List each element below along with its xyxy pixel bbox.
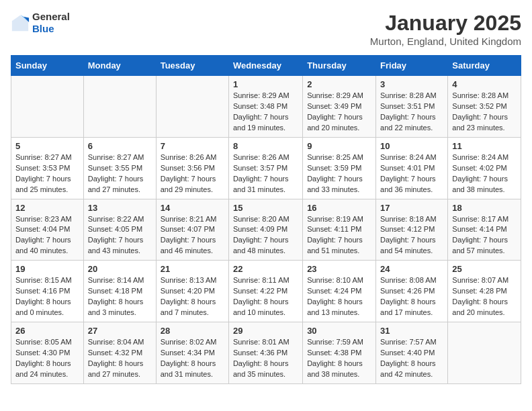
day-cell: 15Sunrise: 8:20 AM Sunset: 4:09 PM Dayli… [228, 199, 302, 261]
week-row-4: 19Sunrise: 8:15 AM Sunset: 4:16 PM Dayli… [11, 261, 521, 322]
day-number: 28 [161, 326, 224, 336]
day-number: 16 [307, 203, 371, 213]
week-row-1: 1Sunrise: 8:29 AM Sunset: 3:48 PM Daylig… [11, 76, 521, 138]
day-content: Sunrise: 8:23 AM Sunset: 4:04 PM Dayligh… [15, 214, 79, 257]
day-cell: 18Sunrise: 8:17 AM Sunset: 4:14 PM Dayli… [448, 199, 521, 261]
day-content: Sunrise: 8:02 AM Sunset: 4:34 PM Dayligh… [161, 337, 224, 380]
month-year-title: January 2025 [370, 11, 521, 36]
day-cell [83, 76, 156, 138]
logo-blue: Blue [32, 23, 54, 34]
day-cell: 13Sunrise: 8:22 AM Sunset: 4:05 PM Dayli… [83, 199, 156, 261]
calendar-header: SundayMondayTuesdayWednesdayThursdayFrid… [11, 56, 521, 76]
location-subtitle: Murton, England, United Kingdom [370, 36, 521, 47]
page-header: General Blue January 2025 Murton, Englan… [11, 11, 521, 47]
day-content: Sunrise: 8:05 AM Sunset: 4:30 PM Dayligh… [15, 337, 79, 380]
day-number: 11 [452, 141, 517, 151]
day-number: 23 [307, 264, 371, 274]
day-number: 29 [233, 326, 298, 336]
day-content: Sunrise: 8:19 AM Sunset: 4:11 PM Dayligh… [307, 214, 371, 257]
day-content: Sunrise: 8:13 AM Sunset: 4:20 PM Dayligh… [161, 275, 224, 318]
day-cell [448, 322, 521, 384]
day-content: Sunrise: 8:17 AM Sunset: 4:14 PM Dayligh… [452, 214, 517, 257]
logo-icon [11, 13, 30, 32]
day-number: 20 [88, 264, 152, 274]
header-saturday: Saturday [448, 56, 521, 76]
day-cell: 30Sunrise: 7:59 AM Sunset: 4:38 PM Dayli… [303, 322, 376, 384]
day-number: 25 [452, 264, 517, 274]
day-content: Sunrise: 8:29 AM Sunset: 3:49 PM Dayligh… [307, 91, 371, 134]
day-cell: 31Sunrise: 7:57 AM Sunset: 4:40 PM Dayli… [376, 322, 448, 384]
day-number: 12 [15, 203, 79, 213]
day-content: Sunrise: 8:25 AM Sunset: 3:59 PM Dayligh… [307, 152, 371, 195]
day-number: 5 [15, 141, 79, 151]
day-number: 15 [233, 203, 298, 213]
day-number: 17 [380, 203, 443, 213]
day-cell: 2Sunrise: 8:29 AM Sunset: 3:49 PM Daylig… [303, 76, 376, 138]
day-cell: 3Sunrise: 8:28 AM Sunset: 3:51 PM Daylig… [376, 76, 448, 138]
day-number: 31 [380, 326, 443, 336]
day-content: Sunrise: 8:22 AM Sunset: 4:05 PM Dayligh… [88, 214, 152, 257]
day-cell: 10Sunrise: 8:24 AM Sunset: 4:01 PM Dayli… [376, 137, 448, 199]
header-tuesday: Tuesday [156, 56, 228, 76]
day-content: Sunrise: 8:28 AM Sunset: 3:51 PM Dayligh… [380, 91, 443, 134]
day-content: Sunrise: 8:29 AM Sunset: 3:48 PM Dayligh… [233, 91, 298, 134]
day-content: Sunrise: 8:26 AM Sunset: 3:56 PM Dayligh… [161, 152, 224, 195]
day-content: Sunrise: 7:57 AM Sunset: 4:40 PM Dayligh… [380, 337, 443, 380]
day-number: 27 [88, 326, 152, 336]
day-content: Sunrise: 8:01 AM Sunset: 4:36 PM Dayligh… [233, 337, 298, 380]
day-number: 9 [307, 141, 371, 151]
day-cell: 5Sunrise: 8:27 AM Sunset: 3:53 PM Daylig… [11, 137, 84, 199]
day-cell: 4Sunrise: 8:28 AM Sunset: 3:52 PM Daylig… [448, 76, 521, 138]
day-content: Sunrise: 8:08 AM Sunset: 4:26 PM Dayligh… [380, 275, 443, 318]
day-number: 6 [88, 141, 152, 151]
day-cell: 8Sunrise: 8:26 AM Sunset: 3:57 PM Daylig… [228, 137, 302, 199]
day-content: Sunrise: 7:59 AM Sunset: 4:38 PM Dayligh… [307, 337, 371, 380]
header-friday: Friday [376, 56, 448, 76]
day-cell: 25Sunrise: 8:07 AM Sunset: 4:28 PM Dayli… [448, 261, 521, 322]
day-content: Sunrise: 8:21 AM Sunset: 4:07 PM Dayligh… [161, 214, 224, 257]
day-content: Sunrise: 8:24 AM Sunset: 4:01 PM Dayligh… [380, 152, 443, 195]
day-content: Sunrise: 8:14 AM Sunset: 4:18 PM Dayligh… [88, 275, 152, 318]
day-content: Sunrise: 8:18 AM Sunset: 4:12 PM Dayligh… [380, 214, 443, 257]
day-cell: 17Sunrise: 8:18 AM Sunset: 4:12 PM Dayli… [376, 199, 448, 261]
day-number: 1 [233, 79, 298, 89]
day-cell: 28Sunrise: 8:02 AM Sunset: 4:34 PM Dayli… [156, 322, 228, 384]
day-number: 24 [380, 264, 443, 274]
day-number: 14 [161, 203, 224, 213]
day-content: Sunrise: 8:20 AM Sunset: 4:09 PM Dayligh… [233, 214, 298, 257]
title-block: January 2025 Murton, England, United Kin… [370, 11, 521, 47]
day-cell: 11Sunrise: 8:24 AM Sunset: 4:02 PM Dayli… [448, 137, 521, 199]
day-cell: 23Sunrise: 8:10 AM Sunset: 4:24 PM Dayli… [303, 261, 376, 322]
day-cell: 7Sunrise: 8:26 AM Sunset: 3:56 PM Daylig… [156, 137, 228, 199]
day-content: Sunrise: 8:10 AM Sunset: 4:24 PM Dayligh… [307, 275, 371, 318]
logo: General Blue [11, 11, 70, 35]
header-monday: Monday [83, 56, 156, 76]
day-cell: 26Sunrise: 8:05 AM Sunset: 4:30 PM Dayli… [11, 322, 84, 384]
header-wednesday: Wednesday [228, 56, 302, 76]
day-cell: 24Sunrise: 8:08 AM Sunset: 4:26 PM Dayli… [376, 261, 448, 322]
week-row-3: 12Sunrise: 8:23 AM Sunset: 4:04 PM Dayli… [11, 199, 521, 261]
day-number: 26 [15, 326, 79, 336]
day-cell: 9Sunrise: 8:25 AM Sunset: 3:59 PM Daylig… [303, 137, 376, 199]
day-cell: 16Sunrise: 8:19 AM Sunset: 4:11 PM Dayli… [303, 199, 376, 261]
day-number: 7 [161, 141, 224, 151]
day-number: 18 [452, 203, 517, 213]
day-number: 8 [233, 141, 298, 151]
header-row: SundayMondayTuesdayWednesdayThursdayFrid… [11, 56, 521, 76]
day-cell: 1Sunrise: 8:29 AM Sunset: 3:48 PM Daylig… [228, 76, 302, 138]
day-number: 30 [307, 326, 371, 336]
week-row-2: 5Sunrise: 8:27 AM Sunset: 3:53 PM Daylig… [11, 137, 521, 199]
day-cell: 20Sunrise: 8:14 AM Sunset: 4:18 PM Dayli… [83, 261, 156, 322]
day-number: 13 [88, 203, 152, 213]
day-content: Sunrise: 8:15 AM Sunset: 4:16 PM Dayligh… [15, 275, 79, 318]
day-number: 4 [452, 79, 517, 89]
logo-general: General [32, 11, 70, 22]
day-content: Sunrise: 8:26 AM Sunset: 3:57 PM Dayligh… [233, 152, 298, 195]
day-content: Sunrise: 8:24 AM Sunset: 4:02 PM Dayligh… [452, 152, 517, 195]
day-cell: 27Sunrise: 8:04 AM Sunset: 4:32 PM Dayli… [83, 322, 156, 384]
day-cell: 21Sunrise: 8:13 AM Sunset: 4:20 PM Dayli… [156, 261, 228, 322]
day-cell: 19Sunrise: 8:15 AM Sunset: 4:16 PM Dayli… [11, 261, 84, 322]
day-cell: 12Sunrise: 8:23 AM Sunset: 4:04 PM Dayli… [11, 199, 84, 261]
day-content: Sunrise: 8:04 AM Sunset: 4:32 PM Dayligh… [88, 337, 152, 380]
day-content: Sunrise: 8:27 AM Sunset: 3:53 PM Dayligh… [15, 152, 79, 195]
